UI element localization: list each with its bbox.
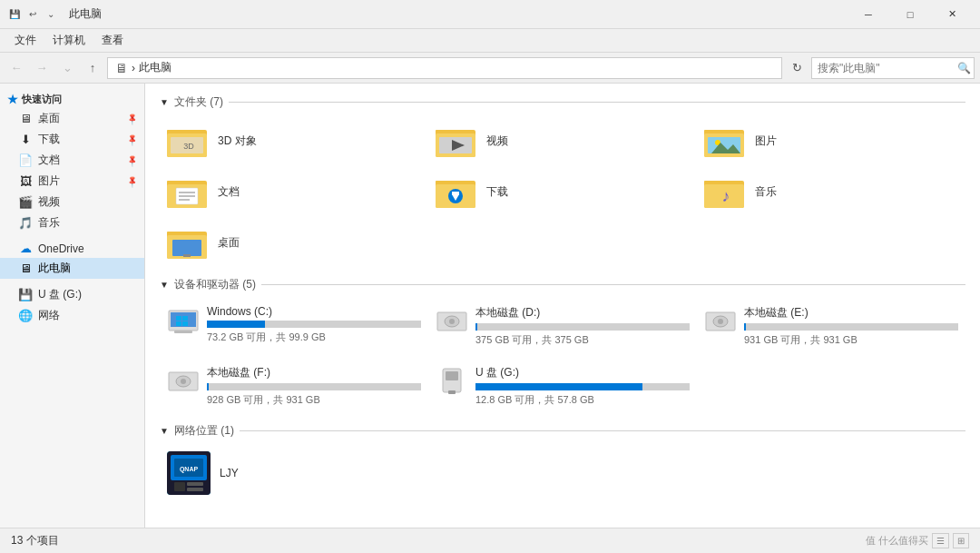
sidebar-item-music[interactable]: 🎵 音乐 (0, 212, 144, 233)
drive-bar-wrapper-d (475, 323, 690, 331)
drives-chevron[interactable]: ▼ (160, 280, 169, 290)
svg-rect-44 (182, 321, 188, 326)
folder-item-downloads[interactable]: 下载 (428, 168, 697, 215)
address-path[interactable]: 🖥 › 此电脑 (107, 57, 782, 79)
sidebar-item-documents[interactable]: 📄 文档 📌 (0, 150, 144, 171)
close-button[interactable]: ✕ (931, 0, 973, 29)
drive-bar-wrapper-g (475, 383, 690, 390)
network-chevron[interactable]: ▼ (160, 426, 169, 436)
title-icon-save[interactable]: 💾 (7, 7, 22, 22)
network-label: 网络位置 (1) (174, 423, 234, 439)
title-dropdown[interactable]: ⌄ (44, 7, 58, 22)
this-pc-label: 此电脑 (38, 261, 71, 276)
search-input[interactable] (818, 62, 954, 74)
status-bar: 13 个项目 值 什么值得买 ☰ ⊞ (0, 528, 980, 553)
search-icon: 🔍 (957, 62, 971, 74)
path-current: 此电脑 (139, 60, 172, 75)
svg-rect-40 (174, 331, 192, 333)
svg-rect-28 (452, 192, 459, 195)
folder-name-desktop: 桌面 (218, 235, 240, 251)
pin-arrow-docs: 📌 (125, 153, 139, 167)
drives-label: 设备和驱动器 (5) (174, 277, 256, 292)
sidebar-item-usb[interactable]: 💾 U 盘 (G:) (0, 284, 144, 305)
path-pc-icon: 🖥 (115, 61, 128, 75)
folder-item-music[interactable]: ♪ 音乐 (697, 168, 965, 215)
folder-item-documents[interactable]: 文档 (160, 168, 428, 215)
content-area: ▼ 文件夹 (7) 3D 3D 对象 (145, 84, 980, 528)
drive-bar-wrapper-e (744, 323, 958, 331)
pictures-icon: 🖼 (18, 174, 33, 188)
sidebar-item-network[interactable]: 🌐 网络 (0, 305, 144, 326)
folders-chevron[interactable]: ▼ (160, 97, 169, 107)
svg-text:♪: ♪ (722, 187, 730, 205)
path-separator: › (132, 62, 135, 74)
up-button[interactable]: ↑ (82, 57, 103, 79)
sidebar-item-downloads[interactable]: ⬇ 下载 📌 (0, 129, 144, 150)
documents-icon: 📄 (18, 153, 33, 167)
drive-icon-e (704, 305, 737, 338)
drive-space-f: 928 GB 可用，共 931 GB (207, 393, 421, 407)
drive-item-g[interactable]: U 盘 (G:) 12.8 GB 可用，共 57.8 GB (428, 360, 697, 412)
folder-icon-downloads (436, 173, 479, 210)
folder-name-downloads: 下载 (486, 184, 508, 200)
svg-rect-37 (183, 254, 191, 257)
network-item-ljy[interactable]: QNAP LJY (160, 446, 965, 500)
drive-icon-c (167, 305, 200, 338)
view-grid-icon[interactable]: ⊞ (953, 533, 969, 548)
dropdown-button[interactable]: ⌄ (56, 57, 78, 79)
pin-arrow-downloads: 📌 (125, 133, 139, 146)
drive-name-d: 本地磁盘 (D:) (475, 305, 690, 321)
drive-item-d[interactable]: 本地磁盘 (D:) 375 GB 可用，共 375 GB (428, 300, 697, 352)
menu-view[interactable]: 查看 (94, 31, 131, 51)
folder-name-documents: 文档 (218, 184, 240, 200)
folder-icon-videos (436, 123, 479, 159)
downloads-label: 下载 (38, 132, 60, 147)
svg-rect-62 (187, 488, 203, 491)
folder-name-3d: 3D 对象 (218, 133, 257, 149)
folder-item-3d[interactable]: 3D 3D 对象 (160, 117, 428, 164)
sidebar-item-this-pc[interactable]: 🖥 此电脑 (0, 258, 144, 279)
svg-point-50 (718, 319, 723, 324)
forward-button[interactable]: → (31, 57, 53, 79)
sidebar-item-desktop[interactable]: 🖥 桌面 📌 (0, 108, 144, 129)
desktop-label: 桌面 (38, 111, 60, 126)
drive-info-c: Windows (C:) 73.2 GB 可用，共 99.9 GB (207, 305, 421, 344)
drive-bar-e (744, 323, 746, 331)
address-bar: ← → ⌄ ↑ 🖥 › 此电脑 ↻ 🔍 (0, 53, 980, 84)
back-button[interactable]: ← (5, 57, 27, 79)
folder-icon-desktop (167, 224, 211, 261)
drive-item-e[interactable]: 本地磁盘 (E:) 931 GB 可用，共 931 GB (697, 300, 965, 352)
usb-icon: 💾 (18, 288, 33, 301)
folder-item-pictures[interactable]: 图片 (697, 117, 965, 164)
folder-item-desktop[interactable]: 桌面 (160, 219, 428, 266)
folder-item-videos[interactable]: 视频 (428, 117, 697, 164)
minimize-button[interactable]: ─ (848, 0, 889, 29)
usb-label: U 盘 (G:) (38, 287, 82, 302)
drive-bar-wrapper-c (207, 321, 421, 328)
drive-icon-d (436, 305, 468, 338)
documents-label: 文档 (38, 153, 60, 168)
drive-item-f[interactable]: 本地磁盘 (F:) 928 GB 可用，共 931 GB (160, 360, 428, 412)
videos-label: 视频 (38, 194, 60, 210)
qnap-icon: QNAP (167, 451, 211, 495)
menu-file[interactable]: 文件 (7, 31, 44, 51)
folder-icon-3d: 3D (167, 123, 211, 159)
status-count: 13 个项目 (11, 533, 59, 548)
menu-computer[interactable]: 计算机 (45, 31, 93, 51)
sidebar-item-onedrive[interactable]: ☁ OneDrive (0, 239, 144, 258)
drive-info-f: 本地磁盘 (F:) 928 GB 可用，共 931 GB (207, 365, 421, 407)
maximize-button[interactable]: □ (889, 0, 931, 29)
svg-rect-61 (187, 482, 203, 486)
music-label: 音乐 (38, 215, 60, 231)
view-list-icon[interactable]: ☰ (932, 533, 949, 548)
folder-icon-documents (167, 173, 211, 210)
sidebar-item-pictures[interactable]: 🖼 图片 📌 (0, 171, 144, 192)
drive-icon-f (167, 365, 200, 398)
sidebar-item-videos[interactable]: 🎬 视频 (0, 192, 144, 212)
drive-item-c[interactable]: Windows (C:) 73.2 GB 可用，共 99.9 GB (160, 300, 428, 352)
refresh-button[interactable]: ↻ (786, 57, 808, 79)
svg-point-53 (181, 379, 186, 384)
title-icon-undo[interactable]: ↩ (25, 7, 40, 22)
folder-icon-pictures (704, 123, 748, 159)
svg-rect-56 (448, 390, 456, 394)
